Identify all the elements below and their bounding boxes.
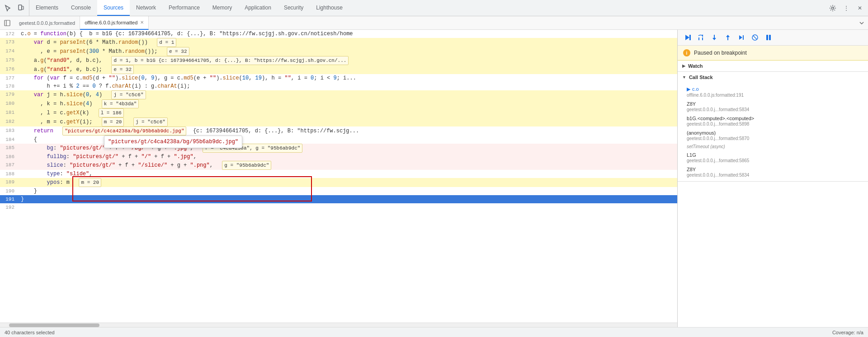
line-num-183: 183 bbox=[0, 126, 19, 135]
line-num-192: 192 bbox=[0, 203, 19, 211]
code-line-189: 189 ypos: m m = 20 bbox=[0, 178, 677, 187]
paused-banner: i Paused on breakpoint bbox=[678, 46, 868, 61]
code-scrollbar[interactable] bbox=[0, 323, 677, 327]
code-text-181: , l = c.getX(k) l = 186 bbox=[19, 108, 677, 117]
step-into-btn[interactable] bbox=[709, 33, 719, 42]
code-line-185: 185 bg: "pictures/gt/" + f + "/bg/" + g … bbox=[0, 144, 677, 153]
tab-security[interactable]: Security bbox=[278, 0, 310, 16]
code-text-175: a.g("rand0", d, b.c), d = 1, b = b1G {c:… bbox=[19, 56, 677, 65]
code-line-173: 173 var d = parseInt(6 * Math.random()) … bbox=[0, 38, 677, 47]
code-text-176: a.g("rand1", e, b.c); e = 32 bbox=[19, 65, 677, 74]
call-stack-item-l1g[interactable]: L1G geetest.0.0.0.j...formatted:5865 bbox=[678, 150, 868, 165]
line-num-176: 176 bbox=[0, 65, 19, 73]
status-bar: 40 characters selected Coverage: n/a bbox=[0, 327, 868, 337]
svg-point-2 bbox=[832, 7, 834, 9]
code-line-184: 184 { bbox=[0, 136, 677, 144]
code-line-186: 186 fullbg: "pictures/gt/" + f + "/" + f… bbox=[0, 153, 677, 161]
code-text-183: return "pictures/gt/c4ca4238a/bg/95b6ab9… bbox=[19, 126, 677, 136]
code-text-174: , e = parseInt(300 * Math.random()); e =… bbox=[19, 47, 677, 56]
line-num-190: 190 bbox=[0, 187, 19, 195]
code-line-179: 179 var j = h.slice(0, 4) j = "c5c6" bbox=[0, 90, 677, 99]
code-line-187: 187 slice: "pictures/gt/" + f + "/slice/… bbox=[0, 161, 677, 170]
tab-sources[interactable]: Sources bbox=[97, 0, 130, 16]
file-tab-offline[interactable]: offline.6.0.0.js:formatted ✕ bbox=[80, 16, 149, 30]
right-panel: i Paused on breakpoint ▶ Watch ▼ Call St… bbox=[678, 30, 868, 327]
code-line-182: 182 , m = c.getY(i); m = 20 j = "c5c6" bbox=[0, 117, 677, 126]
line-num-187: 187 bbox=[0, 161, 19, 169]
line-num-177: 177 bbox=[0, 74, 19, 82]
panel-toggle[interactable] bbox=[2, 18, 13, 28]
step-over-btn[interactable] bbox=[696, 33, 706, 42]
code-text-190: } bbox=[19, 187, 677, 195]
call-stack-item-co[interactable]: ▶c.o offline.6.0.0.js:formatted:191 bbox=[678, 84, 868, 99]
watch-section: ▶ Watch bbox=[678, 61, 868, 72]
svg-marker-14 bbox=[739, 35, 742, 40]
tab-network[interactable]: Network bbox=[130, 0, 162, 16]
call-fn-z8y-1: Z8Y bbox=[687, 101, 696, 107]
svg-marker-7 bbox=[702, 34, 703, 37]
tooltip-popup: "pictures/gt/c4ca4238a/bg/95b6ab9dc.jpg" bbox=[104, 136, 242, 148]
scrollbar-thumb[interactable] bbox=[9, 323, 99, 327]
device-icon[interactable] bbox=[16, 4, 25, 13]
code-line-190: 190 } bbox=[0, 187, 677, 195]
code-content[interactable]: 172 c.o = function(b) { b = b1G {c: 1673… bbox=[0, 30, 677, 323]
tab-elements[interactable]: Elements bbox=[29, 0, 65, 16]
call-stack-item-b1g[interactable]: b1G.<computed>.<computed> geetest.0.0.0.… bbox=[678, 114, 868, 128]
line-num-181: 181 bbox=[0, 108, 19, 117]
settings-icon[interactable] bbox=[828, 4, 837, 13]
more-icon[interactable]: ⋮ bbox=[842, 4, 851, 13]
pause-on-exceptions-btn[interactable] bbox=[764, 33, 774, 42]
code-text-179: var j = h.slice(0, 4) j = "c5c6" bbox=[19, 90, 677, 99]
file-tab-geetest[interactable]: geetest.0.0.0.js:formatted bbox=[14, 16, 80, 30]
line-num-185: 185 bbox=[0, 144, 19, 152]
code-text-177: for (var f = c.md5(d + "").slice(0, 9), … bbox=[19, 74, 677, 82]
code-line-178: 178 h += i % 2 == 0 ? f.charAt(i) : g.ch… bbox=[0, 82, 677, 90]
svg-marker-5 bbox=[685, 35, 689, 40]
code-line-172: 172 c.o = function(b) { b = b1G {c: 1673… bbox=[0, 30, 677, 38]
tab-console[interactable]: Console bbox=[65, 0, 97, 16]
tab-performance[interactable]: Performance bbox=[162, 0, 206, 16]
svg-rect-18 bbox=[766, 35, 768, 40]
close-icon[interactable]: ✕ bbox=[855, 4, 864, 13]
code-text-186: fullbg: "pictures/gt/" + f + "/" + f + "… bbox=[19, 153, 677, 161]
active-arrow: ▶ bbox=[687, 86, 690, 92]
call-loc-anon: geetest.0.0.0.j...formatted:5870 bbox=[687, 136, 859, 141]
resume-btn[interactable] bbox=[682, 33, 692, 42]
line-num-189: 189 bbox=[0, 178, 19, 186]
call-stack-section: ▼ Call Stack ▶c.o offline.6.0.0.js:forma… bbox=[678, 72, 868, 182]
code-text-180: , k = h.slice(4) k = "4b3da" bbox=[19, 99, 677, 108]
code-text-187: slice: "pictures/gt/" + f + "/slice/" + … bbox=[19, 161, 677, 170]
code-text-188: type: "slide", bbox=[19, 170, 677, 178]
code-line-181: 181 , l = c.getX(k) l = 186 bbox=[0, 108, 677, 117]
file-tabs-bar: geetest.0.0.0.js:formatted offline.6.0.0… bbox=[0, 16, 868, 30]
step-out-btn[interactable] bbox=[723, 33, 733, 42]
file-tab-offline-label: offline.6.0.0.js:formatted bbox=[85, 20, 137, 25]
line-num-178: 178 bbox=[0, 82, 19, 90]
code-line-192: 192 bbox=[0, 203, 677, 211]
code-lines: 172 c.o = function(b) { b = b1G {c: 1673… bbox=[0, 30, 677, 211]
watch-section-header[interactable]: ▶ Watch bbox=[678, 61, 868, 71]
tab-lighthouse[interactable]: Lighthouse bbox=[310, 0, 349, 16]
more-tabs-btn[interactable] bbox=[855, 20, 868, 26]
call-stack-item-z8y-1[interactable]: Z8Y geetest.0.0.0.j...formatted:5834 bbox=[678, 99, 868, 114]
call-stack-item-anon[interactable]: (anonymous) geetest.0.0.0.j...formatted:… bbox=[678, 128, 868, 143]
call-fn-b1g: b1G.<computed>.<computed> bbox=[687, 116, 754, 121]
watch-label: Watch bbox=[688, 63, 703, 69]
call-fn-anon: (anonymous) bbox=[687, 130, 716, 136]
inspect-icon[interactable] bbox=[4, 4, 13, 13]
devtools-nav: Elements Console Sources Network Perform… bbox=[0, 0, 868, 16]
step-btn[interactable] bbox=[736, 33, 746, 42]
nav-right: ⋮ ✕ bbox=[825, 0, 868, 16]
call-stack-section-header[interactable]: ▼ Call Stack bbox=[678, 72, 868, 83]
code-line-174: 174 , e = parseInt(300 * Math.random());… bbox=[0, 47, 677, 56]
file-tab-close[interactable]: ✕ bbox=[140, 20, 144, 25]
svg-marker-11 bbox=[712, 38, 716, 40]
tab-application[interactable]: Application bbox=[238, 0, 278, 16]
svg-rect-1 bbox=[22, 6, 24, 9]
call-fn-co: c.o bbox=[692, 86, 699, 92]
tab-memory[interactable]: Memory bbox=[206, 0, 238, 16]
info-icon: i bbox=[683, 49, 690, 56]
code-line-175: 175 a.g("rand0", d, b.c), d = 1, b = b1G… bbox=[0, 56, 677, 65]
call-stack-item-z8y-2[interactable]: Z8Y geetest.0.0.0.j...formatted:5834 bbox=[678, 165, 868, 179]
deactivate-breakpoints-btn[interactable] bbox=[750, 33, 760, 42]
